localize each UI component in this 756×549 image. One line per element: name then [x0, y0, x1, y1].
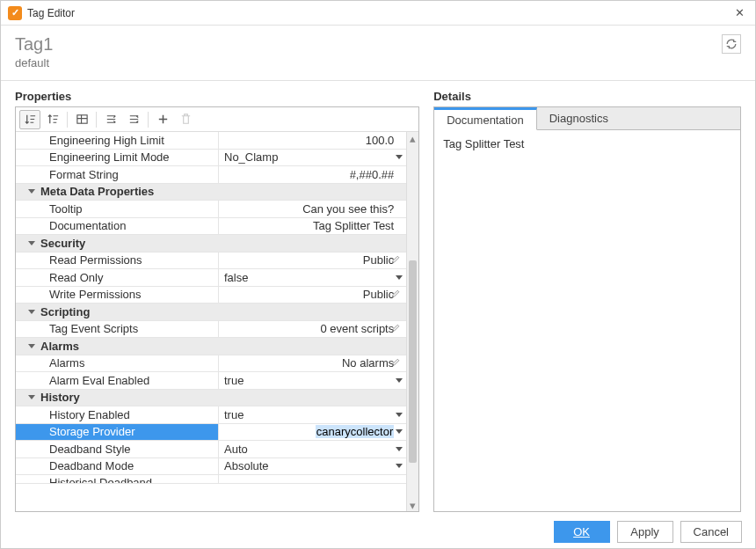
prop-tag-event-scripts[interactable]: Tag Event Scripts 0 event scripts [16, 321, 406, 339]
prop-label: Historical Deadband [49, 476, 152, 483]
prop-label: Engineering High Limit [49, 134, 164, 147]
group-label: Meta Data Properties [40, 185, 154, 198]
tag-provider: default [15, 56, 722, 70]
prop-eng-limit-mode[interactable]: Engineering Limit Mode No_Clamp [16, 150, 406, 167]
group-security[interactable]: Security [16, 235, 406, 253]
refresh-button[interactable] [722, 34, 741, 54]
svg-rect-0 [76, 115, 86, 123]
prop-historical-deadband[interactable]: Historical Deadband [16, 475, 406, 484]
add-button[interactable] [152, 110, 173, 129]
prop-read-only[interactable]: Read Only false [16, 269, 406, 287]
prop-value: Auto [224, 443, 248, 456]
property-grid[interactable]: Engineering High Limit 100.0 Engineering… [16, 132, 406, 511]
scroll-down-icon[interactable]: ▾ [407, 499, 418, 511]
close-button[interactable]: ✕ [731, 4, 748, 22]
tab-documentation[interactable]: Documentation [434, 107, 536, 130]
dropdown-icon[interactable] [396, 378, 403, 383]
edit-icon[interactable] [390, 254, 403, 267]
delete-button [175, 110, 196, 129]
chevron-down-icon [28, 189, 35, 194]
sort-alpha-icon [47, 113, 60, 126]
expand-all-icon [127, 113, 141, 126]
group-label: History [40, 391, 80, 404]
view-table-icon [76, 113, 89, 126]
prop-documentation[interactable]: Documentation Tag Splitter Test [16, 218, 406, 236]
prop-value: true [224, 374, 244, 387]
dropdown-icon[interactable] [396, 155, 403, 159]
dropdown-icon[interactable] [396, 447, 403, 451]
dropdown-icon[interactable] [396, 275, 403, 280]
dropdown-icon[interactable] [396, 464, 403, 468]
prop-label: Storage Provider [49, 425, 135, 438]
group-meta-data[interactable]: Meta Data Properties [16, 184, 406, 201]
prop-value: true [224, 408, 244, 421]
prop-value: Tag Splitter Test [313, 219, 394, 232]
prop-value: Public [363, 253, 394, 267]
prop-deadband-mode[interactable]: Deadband Mode Absolute [16, 458, 406, 476]
prop-format-string[interactable]: Format String #,##0.## [16, 166, 406, 184]
header: Tag1 default [1, 26, 755, 81]
tag-name: Tag1 [15, 34, 722, 55]
prop-eng-high-limit[interactable]: Engineering High Limit 100.0 [16, 132, 406, 150]
details-content: Tag Splitter Test [434, 130, 740, 511]
prop-label: Tooltip [49, 202, 83, 216]
apply-button[interactable]: Apply [617, 521, 673, 543]
sort-category-button[interactable] [19, 110, 40, 129]
prop-label: History Enabled [49, 408, 130, 421]
details-panel: Details Documentation Diagnostics Tag Sp… [433, 90, 741, 512]
prop-deadband-style[interactable]: Deadband Style Auto [16, 441, 406, 458]
properties-toolbar [16, 107, 418, 132]
chevron-down-icon [28, 241, 35, 245]
prop-read-permissions[interactable]: Read Permissions Public [16, 253, 406, 270]
prop-value: Public [363, 288, 394, 301]
prop-value: Absolute [224, 459, 269, 472]
collapse-all-button[interactable] [100, 110, 121, 129]
chevron-down-icon [28, 310, 35, 314]
tab-diagnostics[interactable]: Diagnostics [537, 107, 621, 129]
ok-button[interactable]: OK [554, 521, 610, 543]
group-alarms[interactable]: Alarms [16, 338, 406, 355]
prop-label: Tag Event Scripts [49, 322, 138, 335]
window-title: Tag Editor [27, 7, 731, 19]
prop-write-permissions[interactable]: Write Permissions Public [16, 287, 406, 304]
group-label: Security [40, 237, 85, 250]
prop-value: #,##0.## [350, 168, 395, 181]
prop-label: Deadband Style [49, 443, 131, 456]
prop-value: 0 event scripts [320, 322, 394, 335]
app-icon: ✓ [8, 6, 22, 20]
edit-icon[interactable] [390, 323, 403, 335]
chevron-down-icon [28, 395, 35, 399]
prop-alarms[interactable]: Alarms No alarms [16, 355, 406, 373]
collapse-all-icon [105, 113, 118, 126]
prop-value: Can you see this? [302, 202, 394, 216]
group-history[interactable]: History [16, 390, 406, 407]
edit-icon[interactable] [390, 289, 403, 301]
prop-history-enabled[interactable]: History Enabled true [16, 406, 406, 424]
sort-alpha-button[interactable] [42, 110, 63, 129]
prop-value: canarycollector [316, 425, 394, 438]
properties-panel: Properties [15, 90, 419, 512]
prop-value: No alarms [342, 356, 394, 370]
dropdown-icon[interactable] [396, 429, 403, 434]
footer: OK Apply Cancel [0, 514, 756, 549]
edit-icon[interactable] [390, 357, 403, 370]
properties-title: Properties [15, 90, 419, 106]
prop-label: Alarms [49, 356, 84, 370]
scroll-thumb[interactable] [409, 260, 417, 463]
scrollbar[interactable]: ▴ ▾ [406, 132, 418, 511]
plus-icon [156, 113, 170, 126]
expand-all-button[interactable] [123, 110, 144, 129]
prop-alarm-eval-enabled[interactable]: Alarm Eval Enabled true [16, 372, 406, 390]
group-label: Alarms [40, 340, 79, 353]
trash-icon [179, 113, 193, 126]
group-scripting[interactable]: Scripting [16, 304, 406, 321]
prop-value: 100.0 [366, 134, 395, 147]
prop-label: Read Permissions [49, 253, 142, 267]
prop-label: Deadband Mode [49, 459, 134, 472]
scroll-up-icon[interactable]: ▴ [407, 132, 418, 144]
view-table-button[interactable] [71, 110, 92, 129]
prop-tooltip[interactable]: Tooltip Can you see this? [16, 201, 406, 218]
dropdown-icon[interactable] [396, 413, 403, 417]
prop-storage-provider[interactable]: Storage Provider canarycollector [16, 424, 406, 442]
cancel-button[interactable]: Cancel [680, 521, 742, 543]
